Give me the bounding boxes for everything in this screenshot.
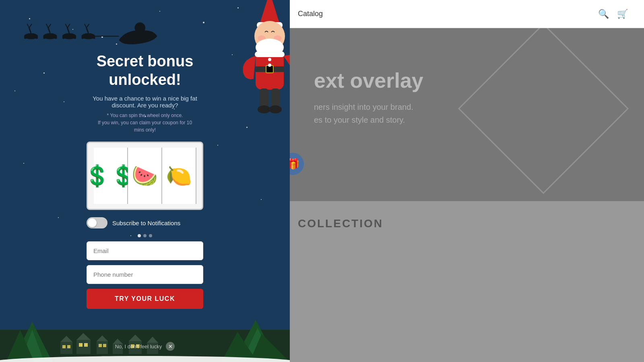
svg-point-4	[24, 37, 27, 39]
svg-line-7	[48, 28, 50, 33]
svg-point-22	[81, 37, 84, 39]
svg-line-13	[67, 28, 69, 33]
subscribe-toggle[interactable]	[87, 217, 107, 228]
slot-machine[interactable]: 💲💲 🍉 🍋	[87, 142, 203, 210]
svg-point-10	[43, 37, 45, 39]
popup-subtitle: You have a chance to win a nice big fatd…	[93, 95, 197, 109]
email-field-group	[87, 241, 203, 260]
hero-diamond-decoration	[458, 28, 629, 194]
svg-line-9	[48, 24, 51, 28]
svg-point-5	[35, 37, 38, 39]
svg-line-14	[66, 24, 68, 28]
slot-reel-3: 🍋	[162, 148, 196, 204]
popup-note: * You can spin the wheel only once.If yo…	[98, 112, 192, 134]
dot-3	[149, 234, 152, 237]
svg-line-1	[29, 28, 31, 33]
subscribe-row: Subscribe to Notifications	[87, 217, 203, 228]
cart-icon[interactable]: 🛒	[617, 9, 628, 19]
hero-text-overlay: ext overlay	[314, 68, 423, 93]
dot-1	[138, 234, 141, 237]
subscribe-label: Subscribe to Notifications	[112, 220, 180, 226]
svg-line-19	[87, 28, 89, 33]
no-thanks-text[interactable]: No, I don't feel lucky	[115, 343, 162, 350]
phone-field-group	[87, 265, 203, 284]
svg-line-2	[27, 24, 29, 28]
svg-point-17	[74, 37, 76, 39]
phone-input[interactable]	[87, 265, 203, 284]
collection-title: COLLECTION	[298, 217, 383, 230]
svg-point-25	[134, 23, 145, 33]
svg-line-21	[87, 24, 89, 28]
no-thanks-close-button[interactable]: ✕	[166, 342, 175, 351]
svg-point-23	[93, 37, 95, 39]
svg-point-11	[55, 37, 57, 39]
slot-reel-1: 💲💲	[94, 148, 128, 204]
svg-line-8	[46, 24, 48, 28]
collection-section: COLLECTION	[282, 201, 644, 362]
dot-indicators	[138, 234, 152, 237]
hero-sub-text: ners insight into your brand. es to your…	[314, 101, 413, 126]
hero-section: ext overlay ners insight into your brand…	[282, 28, 644, 201]
popup-content-area: Secret bonus unlocked! You have a chance…	[0, 52, 290, 313]
svg-point-16	[62, 37, 65, 39]
toggle-knob	[88, 218, 97, 227]
dot-2	[143, 234, 147, 237]
slot-reel-2: 🍉	[128, 148, 162, 204]
svg-line-20	[85, 24, 87, 28]
email-input[interactable]	[87, 241, 203, 260]
popup-overlay: Secret bonus unlocked! You have a chance…	[0, 0, 290, 362]
svg-line-3	[29, 24, 32, 28]
header-catalog[interactable]: Catalog	[298, 10, 323, 18]
header-icons: 🔍 🛒	[598, 9, 628, 19]
svg-line-15	[67, 24, 70, 28]
search-icon[interactable]: 🔍	[598, 9, 609, 19]
no-thanks-row: No, I don't feel lucky ✕	[0, 342, 290, 351]
christmas-trees-decoration	[0, 298, 290, 362]
popup-title: Secret bonus unlocked!	[97, 52, 194, 89]
svg-marker-26	[260, 0, 280, 24]
